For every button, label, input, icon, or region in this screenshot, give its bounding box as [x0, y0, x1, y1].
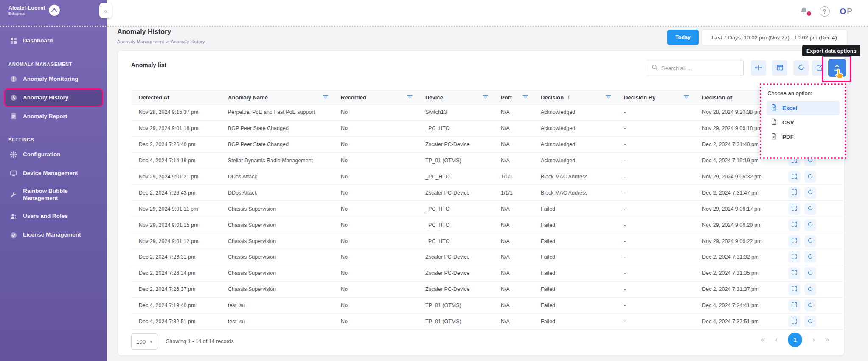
fit-columns-button[interactable]	[751, 60, 766, 76]
replay-row-button[interactable]	[804, 251, 816, 263]
current-page-button[interactable]: 1	[788, 333, 802, 347]
sidebar-collapse-button[interactable]: «	[99, 3, 112, 18]
export-option-pdf[interactable]: PDF	[767, 130, 840, 144]
filter-icon[interactable]	[684, 94, 689, 101]
expand-row-button[interactable]	[788, 267, 800, 279]
filter-icon[interactable]	[606, 94, 611, 101]
sidebar-item-dashboard[interactable]: Dashboard	[5, 33, 102, 49]
date-range-picker[interactable]: Last 7 Days: 10:02 pm (Nov 27) - 10:02 p…	[701, 29, 847, 45]
expand-row-button[interactable]	[788, 219, 800, 231]
replay-row-button[interactable]	[804, 267, 816, 279]
expand-row-button[interactable]	[788, 203, 800, 215]
replay-row-button[interactable]	[804, 235, 816, 247]
page-size-select[interactable]: 100 ▼	[131, 333, 158, 350]
table-row[interactable]: Dec 2, 2024 7:26:40 pm BGP Peer State Ch…	[132, 136, 843, 152]
table-row[interactable]: Dec 4, 2024 7:32:51 pm test_su No TP_01 …	[132, 313, 843, 330]
filter-icon[interactable]	[407, 94, 413, 101]
anomaly-list-card: Anomaly list	[117, 50, 845, 356]
cell-decision: Acknowledged	[534, 152, 617, 169]
help-button[interactable]: ?	[820, 6, 830, 17]
expand-row-button[interactable]	[788, 316, 800, 327]
breadcrumb-parent[interactable]: Anomaly Management	[117, 39, 164, 44]
open-in-new-button[interactable]	[812, 60, 827, 76]
manage-columns-button[interactable]	[772, 60, 787, 76]
table-row[interactable]: Dec 2, 2024 7:26:37 pm Chassis Supervisi…	[132, 281, 843, 297]
cell-port: N/A	[494, 217, 534, 233]
last-page-button[interactable]: »	[825, 336, 829, 344]
table-row[interactable]: Nov 29, 2024 9:01:21 pm DDos Attack No _…	[132, 169, 843, 185]
table-row[interactable]: Nov 29, 2024 9:01:18 pm BGP Peer State C…	[132, 120, 843, 136]
filter-icon[interactable]	[323, 94, 328, 101]
table-row[interactable]: Dec 2, 2024 7:26:34 pm Chassis Supervisi…	[132, 265, 843, 281]
refresh-button[interactable]	[793, 60, 809, 76]
previous-page-button[interactable]: ‹	[775, 336, 778, 344]
filter-icon[interactable]	[522, 94, 528, 101]
table-row[interactable]: Nov 29, 2024 9:01:11 pm Chassis Supervis…	[132, 201, 843, 217]
export-data-button[interactable]	[828, 59, 846, 77]
search-input[interactable]	[661, 65, 739, 71]
search-icon	[652, 64, 658, 72]
column-header-decision[interactable]: Decision↑	[534, 91, 617, 104]
user-avatar[interactable]: OP	[840, 7, 853, 16]
sidebar-item-configuration[interactable]: Configuration	[5, 147, 102, 163]
table-row[interactable]: Nov 28, 2024 9:15:37 pm Perpetual PoE an…	[132, 104, 843, 121]
replay-row-button[interactable]	[804, 316, 816, 327]
expand-row-button[interactable]	[788, 283, 800, 295]
today-button[interactable]: Today	[667, 30, 699, 45]
replay-row-button[interactable]	[804, 219, 816, 231]
expand-row-button[interactable]	[788, 299, 800, 311]
sidebar-item-anomaly-history[interactable]: Anomaly History	[5, 90, 102, 106]
column-header-port[interactable]: Port	[494, 91, 534, 104]
cell-port: N/A	[494, 136, 534, 152]
replay-row-button[interactable]	[804, 171, 816, 183]
expand-row-button[interactable]	[788, 171, 800, 183]
fit-columns-icon	[755, 64, 762, 72]
replay-row-button[interactable]	[804, 283, 816, 295]
table-row[interactable]: Dec 2, 2024 7:26:43 pm DDos Attack No Zs…	[132, 185, 843, 201]
column-header-decision-by[interactable]: Decision By	[617, 91, 695, 104]
cell-port: N/A	[494, 297, 534, 313]
replay-row-button[interactable]	[804, 299, 816, 311]
expand-row-button[interactable]	[788, 235, 800, 247]
cell-detected-at: Nov 28, 2024 9:15:37 pm	[132, 104, 221, 121]
table-row[interactable]: Nov 29, 2024 9:01:12 pm Chassis Supervis…	[132, 233, 843, 249]
sidebar-item-device-management[interactable]: Device Management	[5, 165, 102, 181]
table-row[interactable]: Dec 2, 2024 7:26:31 pm Chassis Supervisi…	[132, 249, 843, 265]
expand-row-button[interactable]	[788, 251, 800, 263]
sidebar-item-users-and-roles[interactable]: Users and Roles	[5, 209, 102, 225]
export-option-csv[interactable]: CSV	[767, 115, 840, 130]
first-page-button[interactable]: «	[761, 336, 765, 344]
notifications-button[interactable]	[799, 6, 809, 17]
table-row[interactable]: Dec 4, 2024 7:14:19 pm Stellar Dynamic R…	[132, 152, 843, 169]
replay-row-button[interactable]	[804, 187, 816, 199]
users-icon	[9, 212, 18, 221]
sidebar-item-anomaly-monitoring[interactable]: Anomaly Monitoring	[5, 71, 102, 87]
column-header-anomaly-name[interactable]: Anomaly Name	[221, 91, 334, 104]
cell-decision: Failed	[534, 297, 617, 313]
expand-icon	[791, 205, 797, 212]
cell-device: Switch13	[419, 104, 494, 121]
expand-icon	[791, 254, 797, 261]
next-page-button[interactable]: ›	[812, 336, 815, 344]
cell-actions	[781, 297, 843, 313]
expand-row-button[interactable]	[788, 187, 800, 199]
cell-detected-at: Dec 4, 2024 7:14:19 pm	[132, 152, 221, 169]
cell-decision-by: -	[617, 136, 695, 152]
cell-detected-at: Dec 4, 2024 7:19:40 pm	[132, 297, 221, 313]
table-row[interactable]: Nov 29, 2024 9:01:15 pm Chassis Supervis…	[132, 217, 843, 233]
replay-row-button[interactable]	[804, 203, 816, 215]
pdf-file-icon	[771, 133, 777, 141]
filter-icon[interactable]	[483, 94, 488, 101]
table-row[interactable]: Dec 4, 2024 7:19:40 pm test_su No TP_01 …	[132, 297, 843, 313]
column-header-device[interactable]: Device	[419, 91, 494, 104]
column-header-detected-at[interactable]: Detected At	[132, 91, 221, 104]
cell-actions	[781, 233, 843, 249]
card-title: Anomaly list	[131, 62, 166, 68]
column-header-recorded[interactable]: Recorded	[334, 91, 419, 104]
cell-actions	[781, 313, 843, 330]
cell-decision-at: Nov 29, 2024 9:06:22 pm	[695, 233, 781, 249]
sidebar-item-license-management[interactable]: License Management	[5, 227, 102, 243]
sidebar-item-rainbow-bubble-management[interactable]: Rainbow Bubble Management	[5, 184, 94, 206]
sidebar-item-anomaly-report[interactable]: Anomaly Report	[5, 108, 102, 124]
export-option-excel[interactable]: Excel	[767, 101, 840, 115]
